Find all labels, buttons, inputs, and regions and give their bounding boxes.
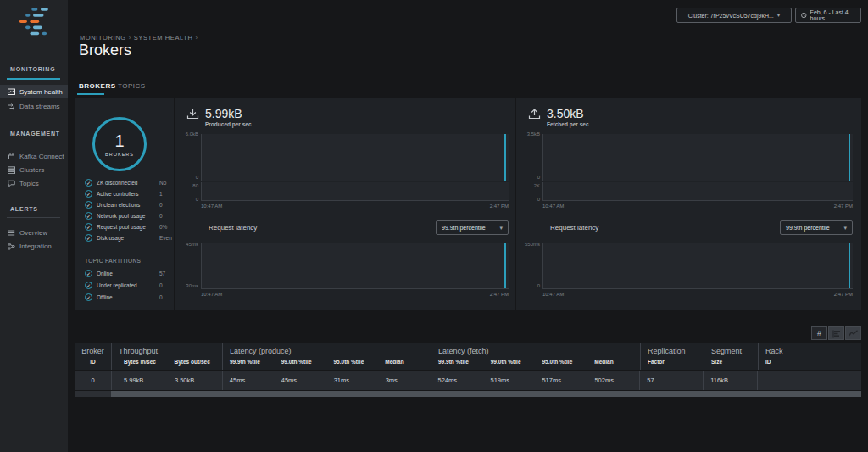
check-circle-icon: ✓ bbox=[85, 234, 92, 242]
col-group-latency-fetch: Latency (fetch) 99.9th %tile 99.0th %til… bbox=[431, 343, 640, 370]
page-title: Brokers bbox=[79, 42, 131, 59]
latency-produce-plot bbox=[201, 243, 509, 289]
sidebar-section-management: MANAGEMENT bbox=[10, 131, 60, 137]
breadcrumb-separator: › bbox=[196, 34, 198, 42]
latency-fetch-plot bbox=[542, 243, 853, 289]
app-logo[interactable] bbox=[12, 5, 54, 44]
health-check-row: ✓ Request pool usage 0% bbox=[85, 221, 167, 232]
percentile-dropdown[interactable]: 99.9th percentile ▾ bbox=[780, 220, 853, 235]
cluster-selector-label: Cluster: 7rP25vVcSU57cdj9kH... bbox=[688, 13, 774, 19]
percentile-dropdown[interactable]: 99.9th percentile ▾ bbox=[436, 220, 509, 235]
check-circle-icon: ✓ bbox=[85, 282, 92, 289]
app-root: MONITORING System health Data streams MA… bbox=[0, 0, 868, 452]
partition-check-row: ✓ Online 57 bbox=[85, 268, 167, 279]
sidebar-item-label: Kafka Connect bbox=[19, 153, 64, 160]
sidebar-item-kafka-connect[interactable]: Kafka Connect bbox=[0, 149, 68, 163]
tab-brokers[interactable]: BROKERS bbox=[79, 82, 116, 90]
horizontal-scrollbar-track[interactable] bbox=[75, 391, 861, 397]
table-row[interactable]: 0 5.99kB 3.50kB 45ms 45ms 31ms 3ms 524ms… bbox=[75, 371, 861, 390]
request-latency-title: Request latency bbox=[550, 224, 598, 232]
logo-icon bbox=[12, 5, 54, 41]
chevron-down-icon: ▾ bbox=[499, 225, 503, 232]
breadcrumb-separator: › bbox=[129, 34, 131, 42]
bars-view-button[interactable] bbox=[828, 326, 844, 340]
produced-value: 5.99kB bbox=[205, 108, 252, 120]
cluster-selector[interactable]: Cluster: 7rP25vVcSU57cdj9kH... ▾ bbox=[676, 8, 792, 23]
clock-icon bbox=[801, 12, 807, 19]
fetched-data-spike bbox=[849, 134, 850, 181]
latency-produce-x-axis: 10:47 AM 2:47 PM bbox=[201, 292, 509, 297]
sidebar-item-overview[interactable]: Overview bbox=[0, 226, 68, 239]
sidebar-item-data-streams[interactable]: Data streams bbox=[0, 99, 68, 113]
produced-panel: 5.99kB Produced per sec 6.0kB 0 80 0 10:… bbox=[175, 98, 515, 310]
tab-topics[interactable]: TOPICS bbox=[118, 82, 146, 90]
upload-icon bbox=[528, 108, 541, 120]
sidebar-item-label: Overview bbox=[19, 229, 47, 237]
sidebar-section-alerts: ALERTS bbox=[10, 206, 38, 212]
table-header: Broker ID Throughput Bytes in/sec Bytes … bbox=[75, 343, 861, 370]
health-check-row: ✓ Unclean elections 0 bbox=[85, 199, 167, 210]
health-check-row: ✓ Network pool usage 0 bbox=[85, 210, 167, 221]
fetched-panel: 3.50kB Fetched per sec 3.5kB 0 2K 0 10:4… bbox=[516, 98, 861, 310]
check-circle-icon: ✓ bbox=[85, 190, 92, 198]
broker-count-label: BROKERS bbox=[105, 152, 134, 157]
check-circle-icon: ✓ bbox=[85, 270, 92, 277]
check-circle-icon: ✓ bbox=[85, 201, 92, 209]
produced-x-axis: 10:47 AM 2:47 PM bbox=[201, 204, 509, 209]
integration-icon bbox=[8, 243, 15, 250]
latency-fetch-spike bbox=[849, 243, 850, 288]
health-check-row: ✓ Disk usage Even bbox=[85, 232, 167, 243]
horizontal-scrollbar-thumb[interactable] bbox=[111, 391, 861, 397]
clusters-icon bbox=[8, 166, 15, 174]
sidebar-item-label: Clusters bbox=[19, 166, 44, 174]
fetched-chart-plot bbox=[542, 134, 853, 181]
sidebar-item-system-health[interactable]: System health bbox=[0, 85, 68, 98]
section-divider bbox=[7, 217, 60, 218]
health-check-row: ✓ Active controllers 1 bbox=[85, 188, 167, 199]
col-group-segment: Segment Size bbox=[704, 343, 758, 370]
fetched-secondary-plot bbox=[542, 182, 853, 201]
chevron-down-icon: ▾ bbox=[777, 12, 781, 19]
broker-count: 1 bbox=[114, 132, 124, 149]
sidebar-item-label: Integration bbox=[19, 243, 52, 250]
health-check-row: ✓ ZK disconnected No bbox=[85, 177, 167, 188]
table-view-toolbar: # bbox=[811, 326, 861, 340]
col-group-rack: Rack ID bbox=[758, 343, 861, 370]
sidebar-item-label: Topics bbox=[19, 180, 39, 187]
col-group-replication: Replication Factor bbox=[640, 343, 704, 370]
system-health-icon bbox=[8, 88, 15, 96]
fetched-label: Fetched per sec bbox=[547, 121, 589, 127]
data-streams-icon bbox=[8, 103, 15, 110]
breadcrumb-system-health[interactable]: SYSTEM HEALTH bbox=[134, 34, 193, 42]
fetched-header: 3.50kB Fetched per sec bbox=[528, 108, 589, 127]
sidebar-item-topics[interactable]: Topics bbox=[0, 176, 68, 190]
request-latency-title: Request latency bbox=[209, 224, 257, 232]
chevron-down-icon: ▾ bbox=[843, 225, 847, 232]
numeric-view-button[interactable]: # bbox=[811, 326, 827, 340]
breadcrumb-monitoring[interactable]: MONITORING bbox=[80, 34, 126, 42]
fetched-x-axis: 10:47 AM 2:47 PM bbox=[542, 204, 853, 209]
brokers-table: Broker ID Throughput Bytes in/sec Bytes … bbox=[75, 343, 861, 390]
check-circle-icon: ✓ bbox=[85, 179, 92, 187]
sidebar-item-integration[interactable]: Integration bbox=[0, 239, 68, 253]
produced-header: 5.99kB Produced per sec bbox=[186, 108, 252, 127]
sidebar-item-clusters[interactable]: Clusters bbox=[0, 163, 68, 176]
produced-chart-plot bbox=[201, 134, 509, 181]
sidebar: MONITORING System health Data streams MA… bbox=[0, 0, 68, 452]
col-group-broker: Broker ID bbox=[75, 343, 111, 370]
partition-check-row: ✓ Offline 0 bbox=[85, 292, 167, 303]
check-circle-icon: ✓ bbox=[85, 293, 92, 301]
fetched-value: 3.50kB bbox=[547, 108, 589, 120]
sparkline-view-button[interactable] bbox=[845, 326, 861, 340]
time-range-label: Feb, 6 - Last 4 hours bbox=[810, 9, 855, 21]
time-range-button[interactable]: Feb, 6 - Last 4 hours bbox=[795, 8, 861, 23]
hash-icon: # bbox=[817, 329, 821, 338]
col-group-throughput: Throughput Bytes in/sec Bytes out/sec bbox=[111, 343, 222, 370]
monitoring-underline bbox=[7, 78, 60, 80]
produced-secondary-plot bbox=[201, 182, 509, 201]
check-circle-icon: ✓ bbox=[85, 212, 92, 220]
sidebar-section-monitoring: MONITORING bbox=[10, 66, 55, 72]
topic-partitions-heading: TOPIC PARTITIONS bbox=[85, 258, 141, 264]
partition-check-row: ✓ Under replicated 0 bbox=[85, 280, 167, 291]
broker-summary-panel: 1 BROKERS ✓ ZK disconnected No ✓ Active … bbox=[75, 98, 174, 310]
